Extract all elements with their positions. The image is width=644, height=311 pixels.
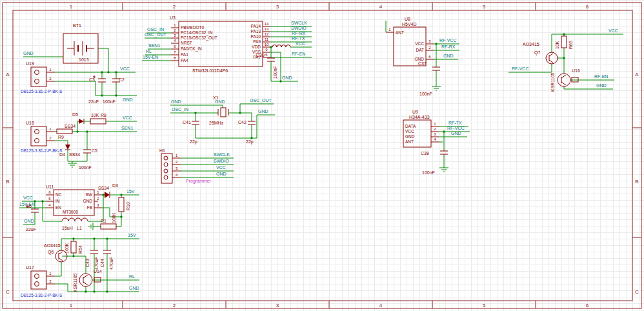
value-c5[interactable]: 100nF bbox=[79, 165, 92, 170]
net-label-gnd[interactable]: GND bbox=[215, 99, 225, 104]
symbol-ferrite-bead[interactable] bbox=[272, 45, 290, 48]
ref-h1[interactable]: H1 bbox=[159, 148, 165, 153]
net-label-15ven[interactable]: 15V-EN bbox=[143, 55, 158, 59]
ref-u18[interactable]: U18 bbox=[26, 121, 34, 125]
net-label-rfvcc[interactable]: RF-VCC bbox=[512, 66, 528, 71]
ref-c3[interactable]: C3 bbox=[89, 77, 95, 82]
symbol-c38[interactable] bbox=[440, 151, 448, 154]
ref-c5[interactable]: C5 bbox=[92, 148, 97, 153]
ref-c44[interactable]: C44 bbox=[100, 259, 105, 267]
wires[interactable] bbox=[19, 21, 623, 292]
ref-c41[interactable]: C41 bbox=[183, 120, 191, 125]
part-texts[interactable]: BT1 1013 U19 DB125-3.81-2-P-BK-S 1 2 C3 … bbox=[21, 15, 580, 297]
net-label-sen1[interactable]: SEN1 bbox=[148, 43, 160, 48]
value-c42[interactable]: 22p bbox=[246, 139, 254, 145]
net-label-rfrx[interactable]: RF-RX bbox=[292, 31, 306, 35]
net-labels[interactable]: GND VCC GND OSC_IN OSC_OUT SEN1 RL 15V-E… bbox=[19, 21, 618, 290]
value-c43[interactable]: 470uF bbox=[94, 257, 99, 270]
value-r10[interactable]: 100K bbox=[112, 212, 116, 223]
value-u16[interactable]: KSR1105 bbox=[550, 72, 555, 92]
value-c39[interactable]: 100nF bbox=[273, 66, 277, 79]
net-label-gnd[interactable]: GND bbox=[282, 75, 292, 80]
net-label-gnd[interactable]: GND bbox=[129, 286, 139, 290]
net-label-oscout[interactable]: OSC_OUT bbox=[250, 98, 272, 103]
ref-r65[interactable]: R65 bbox=[569, 41, 573, 49]
net-label-vcc[interactable]: VCC bbox=[216, 165, 226, 170]
ref-q7[interactable]: Q7 bbox=[534, 50, 540, 55]
net-label-15v[interactable]: 15V bbox=[126, 189, 135, 194]
ref-l1[interactable]: L1 bbox=[77, 226, 82, 230]
net-label-gnd[interactable]: GND bbox=[451, 131, 461, 135]
symbol-r10[interactable] bbox=[119, 197, 124, 212]
ref-q6[interactable]: Q6 bbox=[48, 250, 54, 255]
net-label-gnd[interactable]: GND bbox=[171, 99, 181, 104]
value-u11[interactable]: MT3608 bbox=[63, 210, 78, 214]
value-c44[interactable]: 470uF bbox=[109, 257, 114, 270]
symbol-h1[interactable] bbox=[161, 154, 181, 183]
value-u17[interactable]: DB125-3.81-2-P-BK-S bbox=[21, 293, 63, 297]
value-h1[interactable]: Programmer bbox=[186, 179, 212, 184]
value-x1[interactable]: 25MHz bbox=[209, 121, 224, 125]
net-label-gnd[interactable]: GND bbox=[596, 83, 607, 88]
symbol-r65[interactable] bbox=[561, 36, 567, 48]
symbol-d4[interactable] bbox=[65, 145, 70, 150]
ref-d5[interactable]: D5 bbox=[72, 112, 78, 117]
value-u9[interactable]: H34A-433 bbox=[409, 115, 430, 119]
value-c41[interactable]: 22p bbox=[190, 139, 197, 145]
value-u19[interactable]: DB125-3.81-2-P-BK-S bbox=[21, 89, 63, 94]
value-c3[interactable]: 22uF bbox=[88, 99, 99, 104]
net-label-gnd[interactable]: GND bbox=[258, 109, 268, 114]
ref-c38[interactable]: C38 bbox=[421, 151, 429, 156]
net-label-vcc[interactable]: VCC bbox=[609, 28, 618, 33]
symbol-r8[interactable] bbox=[90, 119, 106, 124]
ref-u19[interactable]: U19 bbox=[26, 61, 34, 66]
ref-u11[interactable]: U11 bbox=[46, 185, 54, 189]
value-l1[interactable]: 15uH bbox=[62, 226, 73, 230]
net-label-swclk[interactable]: SWCLK bbox=[214, 152, 230, 157]
value-d3[interactable]: SS34 bbox=[98, 186, 109, 190]
value-bt1[interactable]: 1013 bbox=[79, 57, 89, 62]
ref-u17[interactable]: U17 bbox=[26, 265, 34, 270]
value-d5[interactable]: SS34 bbox=[65, 124, 75, 128]
symbol-c42[interactable] bbox=[248, 121, 256, 125]
net-label-gnd[interactable]: GND bbox=[24, 219, 34, 223]
net-label-vcc[interactable]: VCC bbox=[123, 115, 132, 120]
net-label-swclk[interactable]: SWCLK bbox=[291, 21, 307, 25]
value-r65[interactable]: 10K bbox=[555, 41, 559, 49]
symbol-u8[interactable] bbox=[386, 27, 434, 66]
net-label-oscin[interactable]: OSC_IN bbox=[147, 27, 164, 32]
value-u14[interactable]: KSR1105 bbox=[73, 273, 77, 292]
symbol-c37[interactable] bbox=[432, 67, 440, 70]
value-c37[interactable]: 100nF bbox=[419, 92, 432, 96]
value-u8[interactable]: H5V4D bbox=[402, 22, 417, 26]
net-label-rfrx[interactable]: RF-RX bbox=[441, 45, 456, 49]
ref-r8[interactable]: R8 bbox=[101, 113, 106, 117]
ref-u16[interactable]: U16 bbox=[572, 68, 580, 73]
net-label-15v[interactable]: 15V bbox=[128, 233, 136, 237]
net-label-swdio[interactable]: SWDIO bbox=[214, 159, 229, 163]
symbol-l1[interactable] bbox=[62, 218, 88, 221]
ref-u14[interactable]: U14 bbox=[94, 269, 102, 274]
net-label-rfen[interactable]: RF-EN bbox=[292, 52, 305, 56]
symbol-x1[interactable] bbox=[218, 108, 228, 117]
value-r54[interactable]: 100K bbox=[65, 243, 69, 254]
ref-r1[interactable]: R1 bbox=[101, 219, 106, 223]
value-q7[interactable]: AO3415 bbox=[523, 42, 539, 46]
net-label-rfen[interactable]: RF-EN bbox=[594, 74, 608, 79]
net-label-swdio[interactable]: SWDIO bbox=[291, 26, 307, 30]
net-label-vcc[interactable]: VCC bbox=[23, 196, 33, 200]
symbol-c44[interactable] bbox=[103, 250, 111, 254]
ref-u8[interactable]: U8 bbox=[405, 17, 410, 21]
symbol-r54[interactable] bbox=[71, 241, 76, 253]
ref-c6[interactable]: C6 bbox=[26, 204, 32, 208]
net-label-vcc[interactable]: VCC bbox=[120, 66, 130, 71]
value-d4[interactable]: SS34 bbox=[69, 152, 80, 157]
ref-c43[interactable]: C43 bbox=[85, 259, 90, 267]
symbol-c41[interactable] bbox=[192, 121, 199, 125]
net-label-rftx[interactable]: RF-TX bbox=[448, 121, 462, 125]
net-label-oscout[interactable]: OSC_OUT bbox=[145, 32, 167, 37]
schematic-canvas[interactable]: 1 2 3 4 5 6 1 2 3 4 5 6 A B C A B C bbox=[0, 0, 644, 311]
ref-r54[interactable]: R54 bbox=[78, 245, 83, 254]
net-label-gnd[interactable]: GND bbox=[216, 172, 226, 176]
symbol-d3[interactable] bbox=[105, 192, 110, 198]
